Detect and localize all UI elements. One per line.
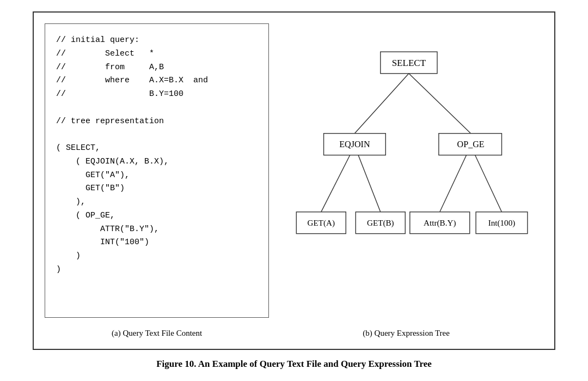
figure-caption: Figure 10. An Example of Query Text File…	[33, 359, 555, 370]
select-node-label: SELECT	[392, 58, 426, 68]
left-panel-caption: (a) Query Text File Content	[45, 325, 269, 338]
eqjoin-node-label: EQJOIN	[339, 140, 370, 149]
tree-diagram: SELECT EQJOIN OP_GE GET(A) GET(B) Attr(B…	[280, 29, 538, 312]
right-panel: SELECT EQJOIN OP_GE GET(A) GET(B) Attr(B…	[269, 23, 543, 318]
left-panel: // initial query: // Select * // from A,…	[45, 23, 269, 318]
svg-line-1	[409, 74, 471, 134]
svg-line-0	[355, 74, 409, 134]
code-content: // initial query: // Select * // from A,…	[56, 34, 258, 277]
get-b-node-label: GET(B)	[367, 218, 394, 228]
svg-line-5	[471, 146, 502, 212]
svg-line-4	[440, 146, 471, 212]
op-ge-node-label: OP_GE	[457, 140, 485, 149]
right-panel-caption: (b) Query Expression Tree	[269, 325, 543, 338]
int100-node-label: Int(100)	[488, 218, 516, 228]
figure-container: // initial query: // Select * // from A,…	[33, 11, 555, 350]
get-a-node-label: GET(A)	[308, 218, 335, 228]
svg-line-2	[321, 146, 355, 212]
svg-line-3	[355, 146, 381, 212]
attr-by-node-label: Attr(B.Y)	[424, 218, 456, 228]
